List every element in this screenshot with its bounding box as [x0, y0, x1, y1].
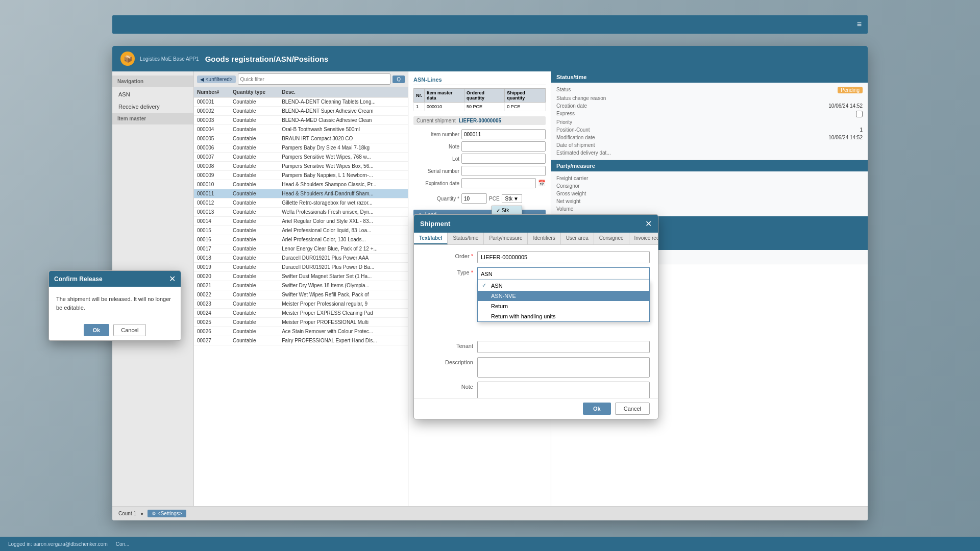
list-item[interactable]: 000009 Countable Pampers Baby Nappies, L… [194, 171, 408, 180]
confirm-release-dialog: Confirm Release ✕ The shipment will be r… [48, 270, 181, 341]
list-item[interactable]: 000010 Countable Head & Shoulders Shampo… [194, 180, 408, 189]
item-desc: Duracell DUR019201 Plus Power AAA [279, 254, 408, 263]
asn-nr: 1 [414, 103, 425, 111]
order-input[interactable] [477, 251, 650, 263]
type-option-return-handling[interactable]: Return with handling units [478, 311, 649, 321]
list-item[interactable]: 000013 Countable Wella Professionals Fre… [194, 208, 408, 217]
item-qty-type: Countable [230, 153, 279, 162]
type-option-return[interactable]: Return [478, 301, 649, 311]
list-item[interactable]: 00014 Countable Ariel Regular Color und … [194, 217, 408, 226]
list-item[interactable]: 00026 Countable Ace Stain Remover with C… [194, 327, 408, 336]
list-item[interactable]: 000001 Countable BLEND-A-DENT Cleaning T… [194, 97, 408, 107]
list-item[interactable]: 000011 Countable Head & Shoulders Anti-D… [194, 189, 408, 198]
item-qty-type: Countable [230, 290, 279, 299]
list-item[interactable]: 00025 Countable Meister Proper PROFESSIO… [194, 318, 408, 327]
creation-date-row: Creation date 10/06/24 14:52 [556, 102, 863, 110]
list-item[interactable]: 00023 Countable Meister Proper Professio… [194, 299, 408, 309]
qty-unit-selector[interactable]: Stk ▼ ✓ Stk Paar Dtz Gros TST [502, 194, 522, 203]
item-desc: Ariel Professional Color liquid, 83 Loa.… [279, 226, 408, 235]
list-item[interactable]: 000002 Countable BLEND-A-DENT Super Adhe… [194, 107, 408, 116]
tab-status-time[interactable]: Status/time [448, 233, 484, 244]
shipment-ok-button[interactable]: Ok [583, 403, 611, 415]
list-item[interactable]: 000008 Countable Pampers Sensitive Wet W… [194, 162, 408, 171]
list-item[interactable]: 00019 Countable Duracell DUR019201 Plus … [194, 263, 408, 272]
item-desc: Pampers Baby Nappies, L 1 Newborn-... [279, 171, 408, 180]
col-number: Number# [194, 87, 230, 97]
type-dropdown[interactable]: ASN ✓ ASN ASN-NVE Return [477, 267, 650, 280]
confirm-ok-button[interactable]: Ok [84, 324, 110, 336]
list-item[interactable]: 000007 Countable Pampers Sensitive Wet W… [194, 153, 408, 162]
sidebar-item-receive-delivery[interactable]: Receive delivery [112, 101, 193, 113]
item-num: 000008 [194, 162, 230, 171]
list-item[interactable]: 00022 Countable Swifter Wet Wipes Refill… [194, 290, 408, 299]
list-item[interactable]: 00015 Countable Ariel Professional Color… [194, 226, 408, 235]
list-item[interactable]: 00017 Countable Lenor Energy Clear Blue,… [194, 244, 408, 254]
item-number-input[interactable] [461, 129, 546, 139]
shipment-cancel-button[interactable]: Cancel [615, 403, 650, 415]
filter-button[interactable]: Q [393, 76, 405, 83]
hamburger-icon[interactable]: ≡ [857, 20, 862, 29]
status-row: Status Pending [556, 86, 863, 94]
type-option-asn-label: ASN [491, 283, 503, 289]
lot-input[interactable] [461, 154, 546, 164]
tenant-input[interactable] [477, 341, 650, 353]
tab-consignee[interactable]: Consignee [594, 233, 629, 244]
item-qty-type: Countable [230, 189, 279, 198]
type-label: Type [422, 267, 473, 276]
tab-identifiers[interactable]: Identifiers [528, 233, 560, 244]
list-item[interactable]: 000005 Countable BRAUN IRT Compact 3020 … [194, 134, 408, 143]
qty-option-stk[interactable]: ✓ Stk [492, 206, 522, 215]
expiration-input[interactable] [461, 178, 536, 188]
qty-unit-toggle[interactable]: Stk ▼ [502, 194, 522, 203]
item-qty-type: Countable [230, 309, 279, 318]
sidebar-item-asn[interactable]: ASN [112, 88, 193, 101]
item-desc: Oral-B Toothwash Sensitive 500ml [279, 125, 408, 134]
tab-invoice-recipient[interactable]: Invoice recipient [629, 233, 658, 244]
shipment-dialog-close[interactable]: ✕ [645, 219, 652, 229]
list-item[interactable]: 000012 Countable Gillette Retro-storageb… [194, 198, 408, 208]
confirm-dialog-footer: Ok Cancel [49, 320, 181, 340]
status-badge: Pending [838, 87, 863, 93]
item-desc: Head & Shoulders Anti-Dandruff Sham... [279, 189, 408, 198]
quantity-input[interactable] [461, 193, 487, 204]
tab-party-measure[interactable]: Party/measure [484, 233, 528, 244]
asn-row[interactable]: 1 000010 50 PCE 0 PCE [414, 103, 546, 111]
date-of-shipment-row: Date of shipment [556, 141, 863, 149]
note-input[interactable] [461, 141, 546, 152]
item-desc: Duracell DUR019201 Plus Power D Ba... [279, 263, 408, 272]
volume-label: Volume [556, 206, 573, 212]
list-item[interactable]: 00024 Countable Meister Proper EXPRESS C… [194, 309, 408, 318]
status-time-header[interactable]: Status/time [551, 71, 868, 83]
type-option-return-label: Return [491, 303, 508, 309]
item-desc: Ace Stain Remover with Colour Protec... [279, 327, 408, 336]
serial-number-input[interactable] [461, 166, 546, 176]
list-item[interactable]: 00020 Countable Swifter Dust Magnet Star… [194, 272, 408, 281]
type-selected-display[interactable]: ASN [477, 267, 650, 280]
confirm-cancel-button[interactable]: Cancel [113, 324, 146, 336]
list-item[interactable]: 000003 Countable BLEND-A-MED Classic Adh… [194, 116, 408, 125]
party-measure-header[interactable]: Party/measure [551, 160, 868, 171]
list-item[interactable]: 00027 Countable Fairy PROFESSIONAL Exper… [194, 336, 408, 345]
list-item[interactable]: 00018 Countable Duracell DUR019201 Plus … [194, 254, 408, 263]
type-option-asn-nve[interactable]: ASN-NVE [478, 291, 649, 301]
note-textarea[interactable] [477, 382, 650, 398]
confirm-dialog-close[interactable]: ✕ [169, 274, 176, 284]
footer-login-bar: Logged in: aaron.vergara@dbschenker.com … [0, 537, 980, 551]
list-item[interactable]: 00021 Countable Swifter Dry Wipes 18 Ite… [194, 281, 408, 290]
description-textarea[interactable] [477, 357, 650, 378]
current-shipment-value: LIEFER-00000005 [459, 118, 501, 123]
list-item[interactable]: 00016 Countable Ariel Professional Color… [194, 235, 408, 244]
calendar-icon[interactable]: 📅 [538, 180, 546, 187]
list-item[interactable]: 000006 Countable Pampers Baby Dry Size 4… [194, 143, 408, 153]
tab-user-area[interactable]: User area [561, 233, 594, 244]
item-qty-type: Countable [230, 143, 279, 153]
express-checkbox[interactable] [856, 111, 863, 117]
item-num: 00018 [194, 254, 230, 263]
list-item[interactable]: 000004 Countable Oral-B Toothwash Sensit… [194, 125, 408, 134]
tab-text-label[interactable]: Text/label [414, 233, 448, 244]
quick-filter-input[interactable] [238, 73, 391, 85]
item-num: 00016 [194, 235, 230, 244]
type-option-asn[interactable]: ✓ ASN [478, 280, 649, 291]
tenant-row: Tenant [422, 341, 650, 353]
col-qty-type: Quantity type [230, 87, 279, 97]
